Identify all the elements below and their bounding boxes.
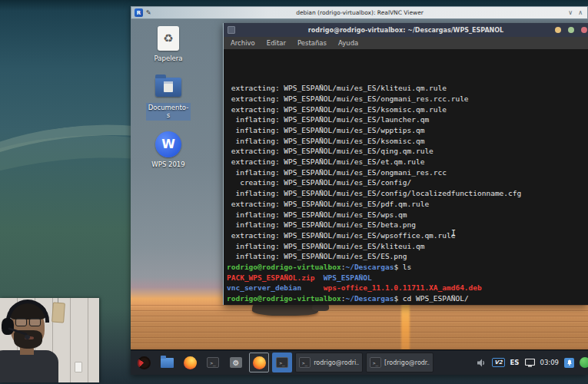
wallpaper-sea [131, 305, 588, 351]
minimize-button[interactable] [555, 27, 561, 33]
terminal-line: inflating: WPS_ESPAÑOL/mui/es_ES/wps.qm [227, 210, 588, 220]
menu-item-editar[interactable]: Editar [267, 39, 286, 47]
terminal-line: PACK_WPS_ESPAÑOL.zip WPS_ESPAÑOL [227, 273, 588, 283]
close-button[interactable] [581, 27, 587, 33]
window-list-button[interactable]: >_rodrigo@rodri... [295, 353, 363, 372]
desktop-icon-papelera[interactable]: ♻Papelera [138, 25, 198, 64]
taskbar-button-folder[interactable] [157, 353, 177, 372]
terminal-line: rodrigo@rodrigo-virtualbox:~/Descargas$ … [227, 293, 588, 304]
expand-chevron-icon[interactable]: ∧ [578, 9, 583, 16]
realvnc-icon: R [135, 8, 143, 17]
trash-icon: ♻ [158, 26, 179, 51]
window-list-button[interactable]: >_[rodrigo@rodr... [366, 353, 434, 372]
terminal-line: extracting: WPS_ESPAÑOL/mui/es_ES/kliteu… [227, 83, 588, 94]
terminal-line: inflating: WPS_ESPAÑOL/mui/es_ES/ES.png [227, 251, 588, 262]
keyboard-layout-indicator[interactable]: ES [510, 359, 520, 366]
person-torso [0, 350, 58, 382]
mouse-ibeam-cursor: I [451, 229, 457, 237]
taskbar-button-terminal[interactable]: >_ [203, 353, 223, 372]
taskbar-button-firefox[interactable] [180, 353, 200, 372]
desktop-icon-label: Documento-s [146, 103, 191, 121]
desktop-icon-wps-2019[interactable]: WWPS 2019 [138, 131, 198, 170]
terminal-line: extracting: WPS_ESPAÑOL/mui/es_ES/wpsoff… [227, 230, 588, 241]
volume-icon[interactable] [477, 359, 487, 367]
remote-taskbar: >_⚙>_ >_rodrigo@rodri...>_[rodrigo@rodr.… [131, 349, 588, 375]
terminal-line: inflating: WPS_ESPAÑOL/mui/es_ES/beta.pn… [227, 220, 588, 230]
display-icon[interactable] [525, 359, 535, 367]
terminal-line: vnc_server_debian wps-office_11.1.0.1171… [227, 283, 588, 293]
terminal-line: extracting: WPS_ESPAÑOL/mui/es_ES/ksomis… [227, 104, 588, 115]
terminal-title: rodrigo@rodrigo-virtualbox: ~/Descargas/… [224, 27, 588, 34]
status-green-icon[interactable] [580, 357, 588, 368]
vnc-viewer-window: R ✎ debian (rodrigo-virtualbox): RealVNC… [131, 6, 588, 375]
taskbar-window-list: >_rodrigo@rodri...>_[rodrigo@rodr... [295, 353, 434, 372]
webcam-light-switch [75, 362, 82, 372]
terminal-line: extracting: WPS_ESPAÑOL/mui/es_ES/pdf.qm… [227, 199, 588, 210]
terminal-icon: >_ [370, 357, 381, 368]
gear-icon: ⚙ [230, 357, 242, 368]
terminal-line: inflating: WPS_ESPAÑOL/mui/es_ES/launche… [227, 114, 588, 125]
maximize-button[interactable] [568, 27, 574, 33]
app-menu-icon [138, 356, 151, 369]
terminal-line: inflating: WPS_ESPAÑOL/mui/es_ES/wpptips… [227, 125, 588, 136]
terminal-window: rodrigo@rodrigo-virtualbox: ~/Descargas/… [223, 23, 588, 305]
terminal-icon: >_ [299, 357, 311, 368]
firefox-icon [253, 356, 266, 369]
file-manager-icon [161, 358, 174, 368]
terminal-output[interactable]: I extracting: WPS_ESPAÑOL/mui/es_ES/klit… [224, 49, 588, 305]
headset-band [6, 300, 49, 323]
remote-desktop: ♻PapeleraDocumento-sWWPS 2019 rodrigo@ro… [131, 19, 588, 375]
taskbar-button-menu[interactable] [134, 353, 154, 372]
person-beard [14, 330, 42, 349]
menu-item-pestañas[interactable]: Pestañas [297, 39, 327, 47]
terminal-line: extracting: WPS_ESPAÑOL/mui/es_ES/qing.q… [227, 146, 588, 157]
firefox-icon [184, 356, 197, 369]
headset-earcup [2, 318, 14, 335]
taskbar-button-terminal[interactable]: >_ [272, 353, 292, 372]
terminal-line: inflating: WPS_ESPAÑOL/mui/es_ES/ongmani… [227, 167, 588, 178]
vnc-titlebar[interactable]: R ✎ debian (rodrigo-virtualbox): RealVNC… [131, 6, 588, 19]
webcam-person [0, 303, 61, 382]
terminal-line: inflating: WPS_ESPAÑOL/mui/es_ES/config/… [227, 188, 588, 199]
window-list-label: rodrigo@rodri... [314, 359, 359, 366]
headset-mic-icon [25, 335, 30, 339]
desktop-icon-documentos[interactable]: Documento-s [138, 74, 198, 121]
notification-bell-icon[interactable] [564, 358, 574, 368]
terminal-icon: >_ [276, 357, 288, 368]
menu-item-ayuda[interactable]: Ayuda [338, 39, 358, 47]
terminal-line: extracting: WPS_ESPAÑOL/mui/es_ES/et.qm.… [227, 157, 588, 167]
folder-icon [155, 78, 181, 97]
desktop-icon-label: WPS 2019 [149, 160, 187, 170]
desktop-icon-label: Papelera [152, 54, 185, 64]
menu-item-archivo[interactable]: Archivo [231, 39, 255, 47]
terminal-line: extracting: WPS_ESPAÑOL/mui/es_ES/ongman… [227, 94, 588, 104]
taskbar-button-firefox[interactable] [249, 353, 269, 372]
taskbar-button-gear[interactable]: ⚙ [226, 353, 246, 372]
terminal-icon: >_ [207, 357, 219, 368]
terminal-line: rodrigo@rodrigo-virtualbox:~/Descargas$ … [227, 262, 588, 273]
annotation-pencil-icon: ✎ [146, 9, 151, 16]
terminal-line: rodrigo@rodrigo-virtualbox:~/Descargas/W… [227, 304, 588, 305]
wps-logo-icon: W [155, 131, 181, 157]
terminal-titlebar[interactable]: rodrigo@rodrigo-virtualbox: ~/Descargas/… [224, 23, 588, 37]
terminal-menubar: ArchivoEditarPestañasAyuda [224, 37, 588, 49]
desktop-icon-column: ♻PapeleraDocumento-sWWPS 2019 [138, 25, 198, 169]
clock[interactable]: 03:09 [540, 359, 560, 366]
terminal-line: inflating: WPS_ESPAÑOL/mui/es_ES/ksomisc… [227, 136, 588, 147]
terminal-line: inflating: WPS_ESPAÑOL/mui/es_ES/kliteui… [227, 241, 588, 252]
collapse-chevron-icon[interactable]: ∨ [568, 9, 573, 16]
vnc-window-title: debian (rodrigo-virtualbox): RealVNC Vie… [154, 9, 566, 16]
terminal-line: creating: WPS_ESPAÑOL/mui/es_ES/config/ [227, 177, 588, 188]
taskbar-launchers: >_⚙>_ [134, 353, 292, 372]
vnc-tray-icon[interactable]: V2 [492, 358, 504, 367]
system-tray: V2 ES 03:09 [477, 357, 585, 368]
window-list-label: [rodrigo@rodr... [384, 359, 430, 366]
webcam-overlay [0, 298, 99, 382]
